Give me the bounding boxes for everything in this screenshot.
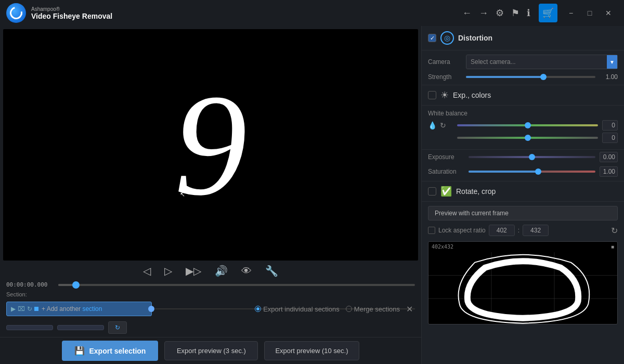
export-individual-label: Export individual sections [263,305,340,313]
saturation-slider[interactable] [469,171,595,173]
lock-refresh-button[interactable]: ↻ [611,226,618,236]
lock-aspect-ratio-row: Lock aspect ratio : ↻ [422,223,624,238]
minimize-button[interactable]: − [562,4,580,22]
saturation-value: 1.00 [600,166,618,177]
rotate-crop-header: ✅ Rotate, crop [422,181,624,202]
timeline-thumb[interactable] [72,281,80,289]
play-button[interactable]: ▷ [162,263,174,279]
exp-colors-header: ☀ Exp., colors [422,85,624,106]
lock-aspect-checkbox[interactable] [428,227,435,234]
saturation-row: Saturation 1.00 [422,164,624,181]
strength-thumb[interactable] [540,74,547,80]
close-button[interactable]: ✕ [599,4,618,22]
maximize-button[interactable]: □ [580,4,599,22]
section-item[interactable]: ▶ ⌧ ↻ + Add another section [6,302,152,316]
back-button[interactable]: ← [462,8,472,19]
info-icon[interactable]: ℹ [527,7,530,19]
add-section-highlight: section [82,305,102,313]
rotate-crop-title: Rotate, crop [456,187,496,196]
titlebar: Ashampoo® Video Fisheye Removal ← → ⚙ ⚑ … [0,0,624,26]
white-balance-section: White balance 💧 ↻ 0 0 [422,106,624,150]
camera-select-dropdown[interactable]: Select camera... ▼ [466,55,618,69]
app-title: Video Fisheye Removal [31,12,112,20]
exp-checkbox[interactable] [428,91,436,99]
timeline-bar: 00:00:00.000 [0,279,421,290]
lock-height-input[interactable] [523,225,549,236]
transport-bar: ◁ ▷ ▶▷ 🔊 👁 🔧 [0,261,421,279]
thumb-grid [428,242,617,324]
exposure-thumb[interactable] [529,154,535,160]
app-title-block: Ashampoo® Video Fisheye Removal [31,6,112,20]
cart-button[interactable]: 🛒 [539,4,557,22]
prev-frame-button[interactable]: ◁ [141,263,153,279]
section-text-label: Section: [6,291,27,297]
distortion-title: Distortion [458,34,492,42]
export-preview-10s-button[interactable]: Export preview (10 sec.) [264,341,359,360]
lock-width-input[interactable] [489,225,515,236]
merge-sections-label: Merge sections [354,305,400,313]
strength-fill [466,76,543,78]
camera-dropdown-arrow: ▼ [607,55,617,69]
settings-icon[interactable]: ⚙ [496,7,504,19]
timeline-track[interactable] [58,284,415,286]
section-close-button[interactable]: ✕ [406,304,413,314]
ctrl-btn-3[interactable]: ↻ [108,321,127,334]
video-viewport[interactable]: 9 ↖ [3,29,418,261]
preview-thumbnail: 402x432 ■ [428,241,618,324]
wb-row-1: 💧 ↻ 0 [428,120,618,131]
exposure-row: Exposure 0.00 [422,150,624,164]
distortion-icon: ◎ [440,31,454,45]
exposure-slider[interactable] [469,156,595,158]
section-loop-icon: ↻ [27,305,32,313]
wb-thumb-2[interactable] [525,135,531,141]
section-timeline: ▶ ⌧ ↻ + Add another section Export indiv… [0,298,421,319]
export-preview-3s-button[interactable]: Export preview (3 sec.) [164,341,258,360]
crop-icon: ✅ [440,186,452,197]
camera-row: Camera Select camera... ▼ [428,55,618,69]
export-individual-radio[interactable] [255,306,261,312]
export-mode-options: Export individual sections Merge section… [255,304,413,314]
ctrl-btn-1[interactable] [6,325,53,330]
forward-button[interactable]: → [479,8,488,19]
view-button[interactable]: 👁 [239,263,254,279]
left-panel: 9 ↖ ◁ ▷ ▶▷ 🔊 👁 🔧 00:00:00.000 Section: [0,26,421,364]
timecode-display: 00:00:00.000 [6,281,53,288]
section-end-marker[interactable] [148,306,154,312]
preview-current-frame-button[interactable]: Preview with current frame [428,206,618,220]
eyedropper-icon[interactable]: 💧 [428,121,437,129]
merge-sections-radio[interactable] [346,306,352,312]
export-selection-button[interactable]: 💾 Export selection [62,341,158,361]
bottom-controls: ↻ [0,319,421,337]
distortion-checkbox[interactable] [428,34,436,42]
distortion-header: ◎ Distortion [422,26,624,50]
main-layout: 9 ↖ ◁ ▷ ▶▷ 🔊 👁 🔧 00:00:00.000 Section: [0,26,624,364]
export-individual-option[interactable]: Export individual sections [255,305,340,313]
fisheye-icon: ◎ [444,34,450,42]
thumb-size-label: 402x432 [432,244,453,250]
toolbar-icons: ← → ⚙ ⚑ ℹ [462,7,530,19]
camera-label: Camera [428,58,462,66]
thumb-corner-indicator: ■ [611,244,614,250]
export-preview-3s-label: Export preview (3 sec.) [177,347,246,355]
rotate-checkbox[interactable] [428,187,436,196]
wb-slider-1[interactable] [457,124,598,126]
camera-select-value: Select camera... [471,58,613,66]
video-frame-content: 9 [174,72,247,218]
wb-label: White balance [428,110,618,117]
wb-thumb-1[interactable] [525,122,531,128]
section-label-bar: Section: [0,290,421,298]
merge-sections-option[interactable]: Merge sections [346,305,400,313]
strength-value: 1.00 [600,73,618,81]
next-frame-button[interactable]: ▶▷ [184,263,203,279]
exp-sun-icon: ☀ [440,89,449,101]
wb-slider-2[interactable] [457,137,598,139]
saturation-thumb[interactable] [535,168,541,175]
strength-slider[interactable] [466,76,595,78]
ctrl-btn-2[interactable] [57,325,104,330]
volume-button[interactable]: 🔊 [213,263,230,279]
wb-reset-icon[interactable]: ↻ [440,121,446,129]
lock-aspect-label: Lock aspect ratio [438,227,486,234]
tools-button[interactable]: 🔧 [263,263,280,279]
flag-icon[interactable]: ⚑ [511,7,519,19]
app-logo [6,3,26,23]
